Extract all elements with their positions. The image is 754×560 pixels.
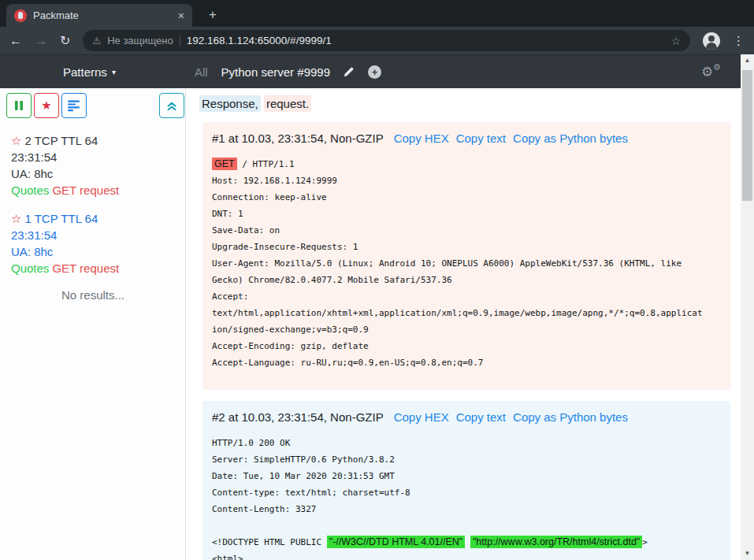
tab-title: Packmate [33, 9, 172, 21]
sidebar-controls: ★ [6, 93, 87, 118]
address-bar[interactable]: ⚠ Не защищено 192.168.1.124:65000/#/9999… [83, 30, 690, 51]
star-icon: ★ [41, 98, 51, 113]
content-area: ★ ☆2 TCP TTL 64 23:31:54 UA: 8hc QuotesG… [0, 88, 741, 560]
packet-body: HTTP/1.0 200 OK Server: SimpleHTTP/0.6 P… [212, 435, 721, 560]
scroll-down-icon[interactable]: ▼ [741, 547, 754, 560]
tag-get-request: GET request [52, 261, 119, 275]
pattern-chip-response: Response, [199, 95, 261, 112]
settings-gears-icon[interactable]: ⚙ ⚙ [701, 62, 722, 81]
packet-actions: Copy HEXCopy textCopy as Python bytes [394, 132, 628, 145]
scroll-up-icon[interactable]: ▲ [741, 54, 754, 67]
tag-quotes: Quotes [11, 184, 49, 197]
no-results-label: No results... [0, 288, 186, 302]
pattern-match-highlight: GET [212, 158, 237, 170]
scrollbar-thumb[interactable] [742, 70, 752, 201]
patterns-label: Patterns [63, 65, 107, 79]
packet-body: GET / HTTP/1.1 Host: 192.168.1.124:9999 … [212, 156, 721, 371]
patterns-dropdown[interactable]: Patterns ▾ [63, 65, 116, 79]
forward-icon[interactable]: → [35, 35, 47, 47]
streams-sidebar: ★ ☆2 TCP TTL 64 23:31:54 UA: 8hc QuotesG… [0, 88, 186, 560]
copy-action-link[interactable]: Copy as Python bytes [513, 132, 628, 145]
copy-action-link[interactable]: Copy HEX [394, 132, 449, 145]
packet-card-request: #1 at 10.03, 23:31:54, Non-GZIP Copy HEX… [202, 122, 730, 390]
add-service-button[interactable]: + [368, 65, 381, 79]
stream-title: 2 TCP TTL 64 [24, 134, 98, 147]
packet-header: #1 at 10.03, 23:31:54, Non-GZIP [212, 132, 384, 145]
packet-actions: Copy HEXCopy textCopy as Python bytes [394, 410, 628, 424]
copy-action-link[interactable]: Copy HEX [394, 410, 449, 424]
favorite-star-icon[interactable]: ☆ [11, 134, 21, 147]
favorites-filter-button[interactable]: ★ [34, 93, 59, 118]
stream-detail: Response, request. #1 at 10.03, 23:31:54… [187, 88, 741, 560]
pattern-chip-request: request. [264, 95, 311, 112]
edit-pencil-icon[interactable] [343, 66, 355, 78]
pause-button[interactable] [6, 93, 32, 118]
collapse-panel-button[interactable] [159, 93, 184, 118]
copy-action-link[interactable]: Copy text [456, 132, 506, 145]
browser-toolbar: ← → ↻ ⚠ Не защищено 192.168.1.124:65000/… [0, 27, 754, 54]
chevron-down-icon: ▾ [112, 68, 116, 76]
favorite-star-icon[interactable]: ☆ [11, 212, 21, 225]
packet-header: #2 at 10.03, 23:31:54, Non-GZIP [212, 410, 384, 424]
browser-menu-icon[interactable]: ⋮ [733, 34, 745, 48]
copy-action-link[interactable]: Copy text [456, 410, 506, 424]
app-header: Patterns ▾ All Python server #9999 + ⚙ ⚙ [0, 54, 741, 88]
stream-tags: QuotesGET request [11, 182, 179, 198]
tab-current-stream[interactable]: Python server #9999 [221, 65, 330, 79]
matched-patterns: Response, request. [199, 97, 311, 110]
security-warning-icon: ⚠ [92, 35, 101, 46]
stream-list-item[interactable]: ☆1 TCP TTL 64 23:31:54 UA: 8hc QuotesGET… [11, 210, 179, 276]
browser-tab[interactable]: Packmate × [6, 4, 192, 27]
close-tab-icon[interactable]: × [178, 9, 184, 22]
new-tab-button[interactable]: + [203, 6, 222, 24]
stream-list: ☆2 TCP TTL 64 23:31:54 UA: 8hc QuotesGET… [11, 132, 179, 288]
pattern-list-button[interactable] [61, 93, 87, 118]
stream-title: 1 TCP TTL 64 [24, 212, 98, 225]
stream-ua: UA: 8hc [11, 243, 179, 260]
url-text[interactable]: 192.168.1.124:65000/#/9999/1 [187, 35, 665, 46]
bookmark-star-icon[interactable]: ☆ [670, 35, 681, 47]
profile-avatar[interactable] [703, 32, 720, 50]
pattern-match-highlight: "http://www.w3.org/TR/html4/strict.dtd" [470, 536, 642, 548]
tab-all-streams[interactable]: All [195, 65, 208, 79]
copy-action-link[interactable]: Copy as Python bytes [513, 410, 628, 424]
browser-tabstrip: Packmate × + [0, 0, 754, 27]
stream-time: 23:31:54 [11, 149, 179, 165]
stream-list-item[interactable]: ☆2 TCP TTL 64 23:31:54 UA: 8hc QuotesGET… [11, 132, 179, 198]
page-scrollbar[interactable]: ▲ ▼ [741, 54, 754, 560]
tag-get-request: GET request [52, 184, 119, 197]
stream-tags: QuotesGET request [11, 260, 179, 276]
security-warning-label[interactable]: Не защищено [107, 35, 173, 46]
omnibox-separator [180, 35, 180, 46]
pattern-match-highlight: "-//W3C//DTD HTML 4.01//EN" [327, 536, 466, 548]
reload-icon[interactable]: ↻ [60, 35, 70, 47]
packet-card-response: #2 at 10.03, 23:31:54, Non-GZIP Copy HEX… [202, 401, 730, 560]
stream-time: 23:31:54 [11, 227, 179, 243]
tag-quotes: Quotes [11, 261, 49, 275]
back-icon[interactable]: ← [9, 35, 22, 47]
stream-ua: UA: 8hc [11, 165, 179, 182]
packmate-favicon-icon [14, 9, 27, 22]
